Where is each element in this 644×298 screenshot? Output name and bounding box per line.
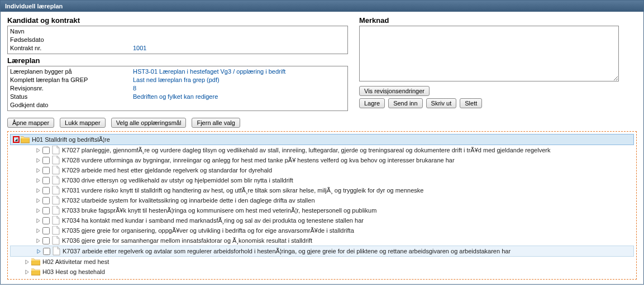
window-title: Individuell læreplan [1, 1, 643, 12]
expand-icon[interactable] [23, 258, 30, 265]
expand-icon[interactable] [23, 268, 30, 275]
checkbox[interactable] [43, 248, 50, 255]
node-label: K7031 vurdere risiko knytt til stalldrif… [62, 185, 423, 195]
svg-marker-7 [36, 208, 39, 212]
svg-marker-3 [36, 168, 39, 172]
lagre-button[interactable]: Lagre [359, 98, 385, 108]
node-label: K7027 planleggje, gjennomfÃ¸re og vurder… [62, 145, 550, 155]
expand-icon[interactable] [35, 237, 41, 244]
svg-marker-5 [36, 188, 39, 192]
revisjon-value: 8 [133, 84, 136, 93]
expand-icon[interactable] [35, 227, 41, 234]
checkbox[interactable] [42, 177, 50, 184]
svg-marker-9 [36, 228, 39, 232]
tree-node-k7035[interactable]: K7035 gjere greie for organisering, oppg… [10, 225, 634, 235]
checkbox[interactable] [42, 237, 50, 244]
grep-label: Komplett læreplan fra GREP [10, 76, 133, 84]
document-icon [52, 226, 60, 235]
document-icon [52, 216, 60, 225]
expand-icon[interactable] [35, 177, 41, 184]
tree-node-k7033[interactable]: K7033 bruke fagsprÃ¥k knytt til hestenÃ¦… [10, 205, 634, 215]
godkjent-label: Godkjent dato [10, 101, 133, 109]
svg-marker-4 [36, 178, 39, 182]
node-label: K7033 bruke fagsprÃ¥k knytt til hestenÃ¦… [62, 205, 376, 215]
tree: H01 Stalldrift og bedriftslÃ¦re K7027 pl… [10, 134, 634, 277]
node-label: K7029 arbeide med hest etter gjeldande r… [62, 165, 272, 175]
navn-label: Navn [10, 27, 133, 36]
collapse-icon[interactable] [13, 136, 20, 143]
document-icon [52, 166, 60, 175]
expand-icon[interactable] [35, 157, 41, 164]
svg-marker-2 [36, 158, 39, 162]
revisjon-label: Revisjonsnr. [10, 84, 133, 93]
slett-button[interactable]: Slett [460, 98, 482, 108]
grep-link[interactable]: Last ned læreplan fra grep (pdf) [133, 76, 220, 83]
tree-container: H01 Stalldrift og bedriftslÃ¦re K7027 pl… [7, 131, 637, 280]
merknad-textarea[interactable] [359, 26, 619, 81]
tree-node-k7031[interactable]: K7031 vurdere risiko knytt til stalldrif… [10, 185, 634, 195]
node-label: K7035 gjere greie for organisering, oppg… [62, 225, 354, 235]
kontrakt-value: 1001 [133, 44, 146, 52]
bygger-link[interactable]: HST3-01 Læreplan i hestefaget Vg3 / oppl… [133, 68, 285, 75]
tree-node-k7028[interactable]: K7028 vurdere utforminga av bygningar, i… [10, 155, 634, 165]
status-value: Bedriften og fylket kan redigere [133, 93, 218, 101]
document-icon [52, 206, 60, 215]
checkbox[interactable] [42, 157, 50, 164]
tree-node-h03[interactable]: H03 Hest og hestehald [10, 267, 634, 277]
expand-icon[interactable] [35, 207, 41, 214]
folder-icon [31, 258, 40, 266]
send-inn-button[interactable]: Send inn [388, 98, 422, 108]
status-label: Status [10, 93, 133, 101]
document-icon [52, 236, 60, 245]
velg-alle-button[interactable]: Velg alle opplæringsmål [111, 118, 187, 128]
tree-node-k7027[interactable]: K7027 planleggje, gjennomfÃ¸re og vurder… [10, 145, 634, 155]
checkbox[interactable] [42, 147, 50, 154]
content-area: Kandidat og kontrakt Navn Fødselsdato Ko… [1, 12, 643, 284]
vis-revisjon-button[interactable]: Vis revisjonsendringer [359, 86, 430, 96]
expand-icon[interactable] [35, 187, 41, 194]
lukk-mapper-button[interactable]: Lukk mapper [60, 118, 106, 128]
skriv-ut-button[interactable]: Skriv ut [426, 98, 457, 108]
tree-node-k7036[interactable]: K7036 gjere greie for samanhengar mellom… [10, 235, 634, 246]
node-label: H01 Stalldrift og bedriftslÃ¦re [32, 134, 110, 145]
tree-node-k7034[interactable]: K7034 ha kontakt med kundar i samband me… [10, 215, 634, 225]
kontrakt-label: Kontrakt nr. [10, 44, 133, 52]
node-label: K7036 gjere greie for samanhengar mellom… [62, 235, 312, 246]
node-label: K7032 utarbeide system for kvalitetssikr… [62, 195, 315, 205]
svg-marker-1 [36, 148, 39, 152]
folder-icon [21, 136, 30, 143]
tree-node-k7037[interactable]: K7037 arbeide etter regelverk og avtalar… [10, 246, 634, 257]
svg-marker-8 [36, 218, 39, 222]
tree-node-k7032[interactable]: K7032 utarbeide system for kvalitetssikr… [10, 195, 634, 205]
tree-node-k7030[interactable]: K7030 drive ettersyn og vedlikehald av u… [10, 175, 634, 185]
tree-node-h02[interactable]: H02 Aktivitetar med hest [10, 257, 634, 267]
checkbox[interactable] [42, 187, 50, 194]
svg-marker-6 [36, 198, 39, 202]
apne-mapper-button[interactable]: Åpne mapper [7, 118, 54, 128]
node-label: K7030 drive ettersyn og vedlikehald av u… [62, 175, 293, 185]
expand-icon[interactable] [35, 217, 41, 224]
expand-icon[interactable] [35, 167, 41, 174]
fjern-alle-button[interactable]: Fjern alle valg [192, 118, 240, 128]
expand-icon[interactable] [35, 248, 42, 254]
svg-marker-10 [36, 238, 39, 242]
checkbox[interactable] [42, 207, 50, 214]
laereplan-heading: Læreplan [7, 56, 348, 65]
fodsel-label: Fødselsdato [10, 36, 133, 44]
tree-node-h01[interactable]: H01 Stalldrift og bedriftslÃ¦re [10, 134, 634, 145]
expand-icon[interactable] [35, 147, 41, 153]
expand-icon[interactable] [35, 197, 41, 204]
node-label: H02 Aktivitetar med hest [42, 257, 109, 267]
laereplan-box: Læreplanen bygger påHST3-01 Læreplan i h… [7, 66, 348, 111]
document-icon [52, 176, 60, 185]
bygger-label: Læreplanen bygger på [10, 68, 133, 76]
kandidat-heading: Kandidat og kontrakt [7, 16, 348, 25]
checkbox[interactable] [42, 167, 50, 174]
checkbox[interactable] [42, 227, 50, 234]
document-icon [53, 247, 60, 256]
node-label: H03 Hest og hestehald [42, 267, 105, 277]
checkbox[interactable] [42, 217, 50, 224]
document-icon [52, 146, 60, 155]
checkbox[interactable] [42, 197, 50, 204]
tree-node-k7029[interactable]: K7029 arbeide med hest etter gjeldande r… [10, 165, 634, 175]
